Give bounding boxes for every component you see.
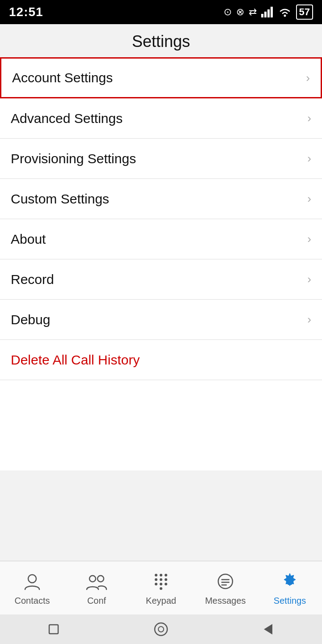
svg-point-16 — [165, 583, 167, 585]
conf-label: Conf — [87, 596, 106, 606]
svg-point-27 — [158, 627, 164, 632]
provisioning-settings-label: Provisioning Settings — [11, 151, 136, 166]
provisioning-settings-item[interactable]: Provisioning Settings › — [0, 139, 322, 179]
provisioning-settings-chevron: › — [307, 152, 311, 165]
svg-point-15 — [160, 583, 162, 585]
svg-rect-25 — [49, 625, 58, 634]
advanced-settings-chevron: › — [307, 111, 311, 125]
svg-point-26 — [155, 623, 167, 636]
delete-history-item[interactable]: Delete All Call History — [0, 340, 322, 380]
about-chevron: › — [307, 232, 311, 246]
svg-point-12 — [160, 578, 162, 581]
advanced-settings-label: Advanced Settings — [11, 111, 123, 126]
back-button[interactable] — [258, 619, 278, 639]
keypad-label: Keypad — [146, 596, 176, 606]
contacts-icon — [21, 570, 44, 593]
custom-settings-label: Custom Settings — [11, 191, 109, 207]
svg-point-9 — [160, 574, 162, 576]
page-header: Settings — [0, 24, 322, 57]
advanced-settings-item[interactable]: Advanced Settings › — [0, 98, 322, 139]
nav-messages[interactable]: Messages — [193, 570, 258, 606]
nav-conf[interactable]: Conf — [64, 570, 129, 606]
about-item[interactable]: About › — [0, 219, 322, 259]
location-icon: ⊙ — [224, 6, 232, 18]
svg-rect-1 — [264, 12, 267, 17]
about-label: About — [11, 232, 46, 247]
svg-point-24 — [288, 580, 292, 583]
custom-settings-item[interactable]: Custom Settings › — [0, 179, 322, 219]
svg-point-6 — [89, 576, 96, 582]
messages-label: Messages — [205, 596, 246, 606]
record-item[interactable]: Record › — [0, 259, 322, 300]
svg-point-14 — [155, 583, 157, 585]
debug-chevron: › — [307, 313, 311, 326]
system-bar — [0, 614, 322, 644]
recents-button[interactable] — [44, 619, 64, 639]
svg-rect-3 — [271, 7, 273, 17]
settings-icon — [278, 570, 301, 593]
account-settings-label: Account Settings — [12, 70, 113, 85]
svg-point-11 — [155, 578, 157, 581]
content-spacer — [0, 470, 322, 561]
svg-point-18 — [218, 574, 233, 589]
messages-icon — [214, 570, 237, 593]
home-button[interactable] — [151, 619, 171, 639]
contacts-label: Contacts — [15, 596, 50, 606]
cancel-icon: ⊗ — [236, 6, 244, 18]
svg-point-8 — [155, 574, 157, 576]
account-settings-item[interactable]: Account Settings › — [0, 57, 322, 98]
svg-point-5 — [28, 575, 36, 583]
settings-nav-label: Settings — [274, 596, 306, 606]
svg-point-7 — [97, 576, 104, 582]
record-chevron: › — [307, 272, 311, 286]
conf-icon — [85, 570, 108, 593]
debug-label: Debug — [11, 312, 50, 327]
custom-settings-chevron: › — [307, 192, 311, 206]
svg-rect-2 — [267, 9, 270, 17]
svg-point-4 — [284, 15, 286, 17]
nav-keypad[interactable]: Keypad — [129, 570, 193, 606]
record-label: Record — [11, 272, 54, 287]
nav-contacts[interactable]: Contacts — [0, 570, 64, 606]
bottom-navigation: Contacts Conf — [0, 561, 322, 614]
nav-settings[interactable]: Settings — [258, 570, 322, 606]
account-settings-chevron: › — [306, 71, 310, 85]
svg-point-17 — [160, 587, 162, 590]
wifi-icon — [278, 7, 292, 17]
debug-item[interactable]: Debug › — [0, 300, 322, 340]
battery-indicator: 57 — [296, 4, 313, 20]
delete-history-label: Delete All Call History — [11, 352, 140, 368]
svg-marker-28 — [265, 625, 272, 634]
svg-rect-0 — [261, 14, 263, 17]
svg-point-10 — [165, 574, 167, 576]
page-title: Settings — [132, 32, 190, 51]
status-bar: 12:51 ⊙ ⊗ ⇄ 57 — [0, 0, 322, 24]
signal-icon — [261, 7, 274, 17]
svg-point-13 — [165, 578, 167, 581]
status-time: 12:51 — [9, 5, 43, 19]
keypad-icon — [149, 570, 173, 593]
settings-list: Account Settings › Advanced Settings › P… — [0, 57, 322, 470]
status-icons: ⊙ ⊗ ⇄ 57 — [224, 4, 313, 20]
sync-icon: ⇄ — [249, 6, 257, 18]
